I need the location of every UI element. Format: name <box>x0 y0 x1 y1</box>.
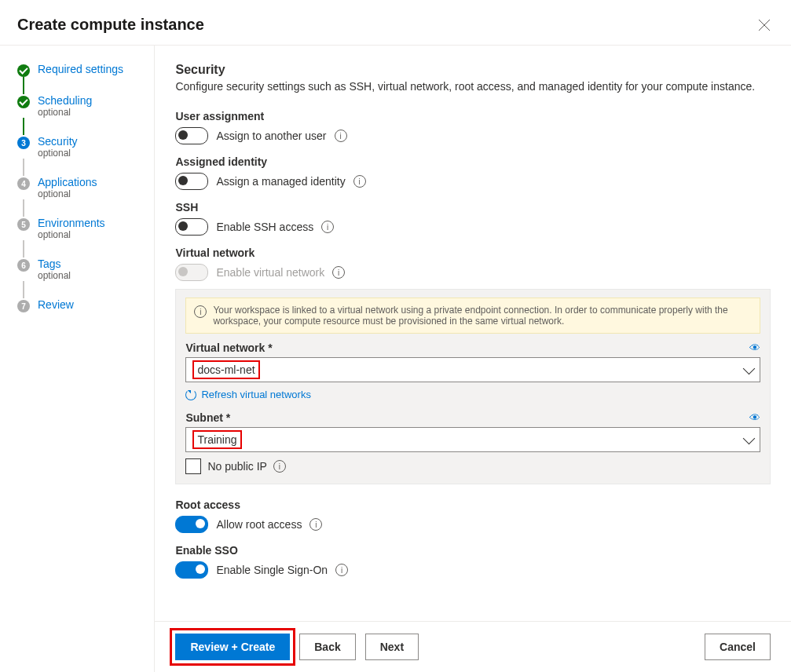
panel-header: Create compute instance <box>0 0 791 45</box>
sidebar-step-security[interactable]: 3 Security optional <box>17 135 148 159</box>
chevron-down-icon <box>743 432 756 444</box>
back-button[interactable]: Back <box>299 634 355 660</box>
info-icon[interactable]: i <box>273 460 286 473</box>
sidebar-step-tags[interactable]: 6 Tags optional <box>17 257 148 281</box>
step-label: Applications <box>38 176 97 188</box>
step-label: Required settings <box>38 63 123 75</box>
toggle-label: Enable SSH access <box>216 221 313 233</box>
info-icon[interactable]: i <box>332 266 345 279</box>
sidebar-step-required-settings[interactable]: Required settings <box>17 63 148 77</box>
toggle-label: Enable Single Sign-On <box>216 564 328 576</box>
group-title-root-access: Root access <box>175 499 771 511</box>
group-title-vnet: Virtual network <box>175 247 771 259</box>
step-connector <box>23 240 24 257</box>
info-icon[interactable]: i <box>335 130 347 142</box>
info-icon[interactable]: i <box>335 564 348 576</box>
page-title: Create compute instance <box>17 16 204 34</box>
toggle-assign-another-user[interactable] <box>175 127 208 144</box>
step-label: Environments <box>38 217 105 229</box>
sidebar-step-review[interactable]: 7 Review <box>17 298 148 312</box>
toggle-root-access[interactable] <box>175 516 208 533</box>
refresh-icon <box>185 389 196 400</box>
info-banner: i Your workspace is linked to a virtual … <box>185 298 760 334</box>
close-icon[interactable] <box>758 19 771 31</box>
step-label: Scheduling <box>38 94 92 107</box>
panel-body: Required settings Scheduling optional 3 … <box>0 45 791 672</box>
toggle-label: Assign a managed identity <box>216 175 345 188</box>
info-banner-text: Your workspace is linked to a virtual ne… <box>213 305 752 327</box>
step-number-icon: 6 <box>17 259 30 272</box>
vnet-select-value: docs-ml-net <box>192 360 259 379</box>
preview-icon[interactable]: 👁 <box>749 411 760 424</box>
step-optional: optional <box>38 270 71 281</box>
info-icon: i <box>194 305 207 318</box>
toggle-label: Allow root access <box>216 518 302 531</box>
next-button[interactable]: Next <box>365 634 419 660</box>
toggle-sso[interactable] <box>175 561 208 579</box>
section-description: Configure security settings such as SSH,… <box>175 80 771 93</box>
field-label-vnet: Virtual network * <box>185 341 272 354</box>
review-create-button[interactable]: Review + Create <box>175 634 290 660</box>
chevron-down-icon <box>743 362 756 374</box>
step-connector <box>23 281 24 298</box>
info-icon[interactable]: i <box>353 175 366 188</box>
step-optional: optional <box>38 148 78 159</box>
refresh-vnets-link-text: Refresh virtual networks <box>201 389 310 400</box>
step-label: Security <box>38 135 78 148</box>
info-icon[interactable]: i <box>321 221 334 233</box>
preview-icon[interactable]: 👁 <box>749 341 760 354</box>
step-optional: optional <box>38 107 92 118</box>
content: Security Configure security settings suc… <box>155 46 791 672</box>
subnet-select[interactable]: Training <box>185 427 760 452</box>
step-number-icon: 5 <box>17 218 30 231</box>
vnet-select[interactable]: docs-ml-net <box>185 357 760 382</box>
toggle-ssh[interactable] <box>175 218 208 236</box>
toggle-vnet <box>175 264 208 281</box>
sidebar-step-environments[interactable]: 5 Environments optional <box>17 217 148 240</box>
step-number-icon: 3 <box>17 137 30 149</box>
step-connector <box>23 118 24 135</box>
step-number-icon: 7 <box>17 300 30 312</box>
refresh-vnets-link[interactable]: Refresh virtual networks <box>185 389 760 400</box>
step-optional: optional <box>38 188 97 199</box>
group-title-user-assignment: User assignment <box>175 110 771 122</box>
cancel-button[interactable]: Cancel <box>705 634 771 660</box>
toggle-label: Assign to another user <box>216 130 326 142</box>
panel: Create compute instance Required setting… <box>0 0 791 672</box>
check-icon <box>17 64 30 77</box>
group-title-sso: Enable SSO <box>175 544 771 557</box>
group-title-ssh: SSH <box>175 201 771 214</box>
sidebar-step-scheduling[interactable]: Scheduling optional <box>17 94 148 118</box>
toggle-label: Enable virtual network <box>216 266 324 279</box>
toggle-managed-identity[interactable] <box>175 173 208 190</box>
step-optional: optional <box>38 229 105 240</box>
vnet-block: i Your workspace is linked to a virtual … <box>175 289 771 484</box>
step-number-icon: 4 <box>17 177 30 190</box>
check-icon <box>17 96 30 108</box>
step-connector <box>23 159 24 176</box>
step-connector <box>23 199 24 217</box>
sidebar-step-applications[interactable]: 4 Applications optional <box>17 176 148 199</box>
field-label-subnet: Subnet * <box>185 411 230 424</box>
group-title-assigned-identity: Assigned identity <box>175 155 771 168</box>
step-label: Review <box>38 298 74 311</box>
subnet-select-value: Training <box>192 430 241 449</box>
step-label: Tags <box>38 257 71 270</box>
section-title: Security <box>175 63 771 77</box>
sidebar: Required settings Scheduling optional 3 … <box>0 46 155 672</box>
info-icon[interactable]: i <box>309 518 322 531</box>
no-public-ip-checkbox[interactable] <box>185 458 201 474</box>
no-public-ip-label: No public IP <box>207 460 266 473</box>
step-connector <box>23 77 24 94</box>
